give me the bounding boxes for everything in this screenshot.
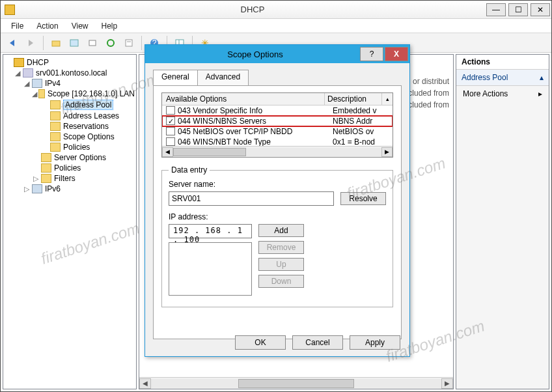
- server-name-label: Server name:: [169, 180, 386, 189]
- option-desc: NBNS Addr: [333, 116, 390, 126]
- down-button[interactable]: Down: [258, 275, 304, 288]
- nav-forward-button[interactable]: [23, 35, 38, 51]
- up-button[interactable]: Up: [258, 258, 304, 271]
- option-name: 043 Vendor Specific Info: [178, 105, 333, 116]
- tree-address-pool[interactable]: Address Pool: [63, 100, 113, 110]
- option-row[interactable]: 045 NetBIOS over TCP/IP NBDDNetBIOS ov: [162, 126, 393, 137]
- svg-rect-2: [52, 41, 60, 46]
- address-leases-icon: [50, 111, 61, 120]
- maximize-button[interactable]: ☐: [508, 3, 528, 16]
- tree-root[interactable]: DHCP: [27, 58, 49, 67]
- tree-filters[interactable]: Filters: [54, 174, 76, 183]
- scroll-right-icon[interactable]: ▶: [381, 147, 393, 157]
- tree-policies-scope[interactable]: Policies: [63, 143, 90, 152]
- resolve-button[interactable]: Resolve: [340, 192, 386, 205]
- option-row[interactable]: 043 Vendor Specific InfoEmbedded v: [162, 105, 393, 116]
- nav-back-button[interactable]: [5, 35, 20, 51]
- export-icon[interactable]: [85, 35, 100, 51]
- server-options-icon: [41, 153, 51, 162]
- export-list-icon[interactable]: [121, 35, 137, 51]
- svg-marker-1: [29, 40, 33, 46]
- svg-rect-3: [70, 40, 78, 46]
- cancel-button[interactable]: Cancel: [292, 335, 343, 350]
- scrollbar-thumb[interactable]: [238, 379, 354, 388]
- option-desc: Embedded v: [333, 105, 390, 116]
- more-actions-item[interactable]: More Actions ▸: [456, 86, 549, 102]
- tree-scope-options[interactable]: Scope Options: [63, 132, 115, 141]
- actions-section[interactable]: Address Pool ▴: [456, 70, 549, 86]
- tree-server[interactable]: srv001.kontoso.local: [36, 68, 107, 77]
- server-icon: [23, 68, 33, 77]
- option-checkbox[interactable]: [166, 127, 175, 135]
- tab-advanced[interactable]: Advanced: [197, 70, 249, 85]
- option-row[interactable]: 044 WINS/NBNS ServersNBNS Addr: [162, 116, 393, 126]
- tree-ipv4[interactable]: IPv4: [45, 79, 61, 88]
- ok-button[interactable]: OK: [235, 335, 286, 350]
- option-checkbox[interactable]: [166, 117, 175, 125]
- option-desc: 0x1 = B-nod: [333, 137, 390, 146]
- ip-address-input[interactable]: 192 . 168 . 1 . 100: [169, 224, 252, 238]
- minimize-button[interactable]: —: [486, 3, 506, 16]
- option-name: 045 NetBIOS over TCP/IP NBDD: [178, 126, 333, 137]
- chevron-right-icon: ▸: [538, 89, 542, 98]
- option-row[interactable]: 046 WINS/NBT Node Type0x1 = B-nod: [162, 137, 393, 146]
- ip-address-list[interactable]: [169, 242, 252, 296]
- tree-scope[interactable]: Scope [192.168.1.0] LAN: [48, 89, 135, 98]
- svg-point-5: [107, 40, 114, 46]
- options-h-scrollbar[interactable]: ◀ ▶: [162, 146, 393, 157]
- apply-button[interactable]: Apply: [350, 335, 400, 350]
- tree-policies-server[interactable]: Policies: [54, 163, 81, 173]
- close-button[interactable]: ✕: [531, 3, 550, 16]
- available-options-list[interactable]: Available Options Description ▴ 043 Vend…: [161, 92, 393, 158]
- tree-server-options[interactable]: Server Options: [54, 153, 106, 162]
- scroll-left-icon[interactable]: ◀: [162, 147, 173, 157]
- col-description[interactable]: Description: [324, 93, 381, 105]
- policies-server-icon: [41, 163, 51, 173]
- data-entry-legend: Data entry: [169, 165, 210, 175]
- scope-options-dialog: Scope Options ? X General Advanced Avail…: [145, 44, 410, 357]
- menu-help[interactable]: Help: [96, 20, 123, 33]
- menu-view[interactable]: View: [66, 20, 94, 33]
- refresh-icon[interactable]: [103, 35, 118, 51]
- scroll-left-icon[interactable]: ◀: [139, 378, 151, 389]
- svg-rect-6: [126, 40, 132, 46]
- window-title: DHCP: [20, 5, 485, 14]
- list-truncated-text: or distribut cluded from cluded from: [408, 76, 449, 111]
- scroll-right-icon[interactable]: ▶: [441, 378, 453, 389]
- tab-general[interactable]: General: [153, 70, 198, 85]
- ip-address-label: IP address:: [169, 212, 386, 221]
- option-desc: NetBIOS ov: [333, 126, 390, 137]
- server-name-input[interactable]: [169, 191, 334, 206]
- option-name: 046 WINS/NBT Node Type: [178, 137, 333, 146]
- add-button[interactable]: Add: [258, 224, 304, 237]
- tree-address-leases[interactable]: Address Leases: [63, 111, 119, 120]
- actions-pane: Actions Address Pool ▴ More Actions ▸: [456, 54, 549, 389]
- dialog-help-button[interactable]: ?: [360, 47, 383, 61]
- filters-icon: [41, 174, 51, 183]
- policies-scope-icon: [50, 143, 61, 152]
- ipv6-icon: [32, 184, 42, 193]
- remove-button[interactable]: Remove: [258, 241, 304, 254]
- reservations-icon: [50, 122, 61, 131]
- tree-ipv6[interactable]: IPv6: [45, 184, 61, 193]
- menu-action[interactable]: Action: [31, 20, 63, 33]
- actions-header: Actions: [456, 55, 549, 70]
- option-checkbox[interactable]: [166, 106, 175, 115]
- dhcp-app-icon: [5, 5, 15, 15]
- tree-reservations[interactable]: Reservations: [63, 122, 109, 131]
- ipv4-icon: [32, 79, 42, 88]
- scroll-up-icon[interactable]: ▴: [381, 93, 393, 105]
- option-checkbox[interactable]: [166, 137, 175, 146]
- tab-panel-general: Available Options Description ▴ 043 Vend…: [153, 85, 402, 339]
- folder-up-icon[interactable]: [48, 35, 64, 51]
- scope-options-icon: [50, 132, 61, 141]
- col-available-options[interactable]: Available Options: [162, 93, 324, 105]
- scrollbar-thumb[interactable]: [173, 148, 246, 156]
- data-entry-group: Data entry Server name: Resolve IP addre…: [161, 165, 393, 307]
- view-icon[interactable]: [66, 35, 82, 51]
- menu-file[interactable]: File: [6, 20, 29, 33]
- svg-rect-4: [89, 40, 96, 46]
- list-h-scrollbar[interactable]: ◀ ▶: [139, 377, 453, 389]
- tree-pane[interactable]: DHCP ◢srv001.kontoso.local ◢IPv4 ◢Scope …: [3, 54, 137, 389]
- dialog-close-button[interactable]: X: [385, 47, 408, 61]
